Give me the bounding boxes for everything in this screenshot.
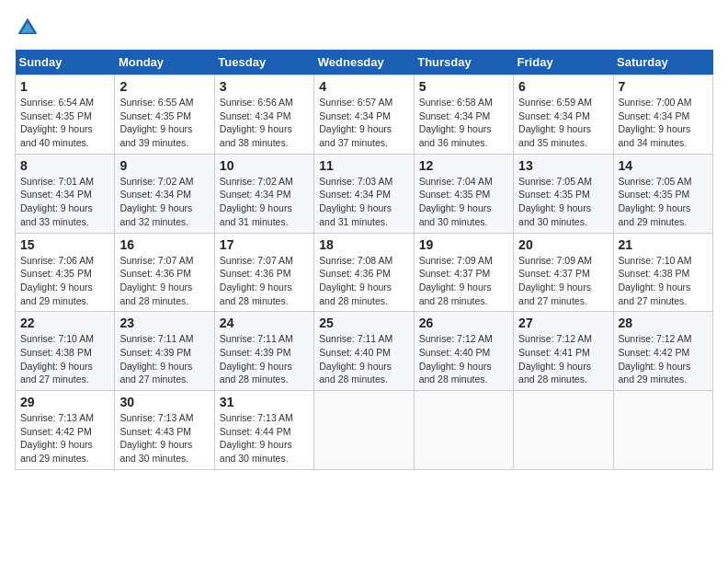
day-header-friday: Friday [514,50,613,75]
day-number: 10 [220,158,309,173]
day-header-wednesday: Wednesday [314,50,414,75]
day-number: 26 [419,316,508,330]
day-detail: Sunrise: 7:11 AMSunset: 4:39 PMDaylight:… [220,333,293,385]
calendar-cell: 18Sunrise: 7:08 AMSunset: 4:36 PMDayligh… [314,233,414,312]
day-header-thursday: Thursday [414,50,513,75]
day-number: 13 [518,158,608,173]
calendar-cell: 14Sunrise: 7:05 AMSunset: 4:35 PMDayligh… [613,154,712,233]
calendar-cell: 4Sunrise: 6:57 AMSunset: 4:34 PMDaylight… [314,75,414,155]
calendar-cell: 8Sunrise: 7:01 AMSunset: 4:34 PMDaylight… [16,154,115,233]
calendar-cell: 12Sunrise: 7:04 AMSunset: 4:35 PMDayligh… [414,154,513,233]
calendar-week-row: 8Sunrise: 7:01 AMSunset: 4:34 PMDaylight… [16,154,713,233]
calendar-cell [314,391,414,470]
day-number: 1 [20,79,109,94]
calendar-cell: 29Sunrise: 7:13 AMSunset: 4:42 PMDayligh… [16,391,115,470]
calendar-cell: 10Sunrise: 7:02 AMSunset: 4:34 PMDayligh… [214,154,313,233]
day-number: 6 [518,79,608,94]
day-number: 16 [119,237,209,252]
day-detail: Sunrise: 7:07 AMSunset: 4:36 PMDaylight:… [119,255,193,306]
calendar-header-row: SundayMondayTuesdayWednesdayThursdayFrid… [16,50,713,75]
day-number: 9 [119,158,209,173]
calendar-cell: 20Sunrise: 7:09 AMSunset: 4:37 PMDayligh… [514,233,613,312]
day-number: 27 [518,316,608,330]
day-detail: Sunrise: 7:11 AMSunset: 4:39 PMDaylight:… [119,333,193,385]
day-number: 15 [20,237,109,252]
day-detail: Sunrise: 7:13 AMSunset: 4:43 PMDaylight:… [119,412,193,464]
calendar-cell: 17Sunrise: 7:07 AMSunset: 4:36 PMDayligh… [214,233,313,312]
day-number: 14 [619,158,708,173]
day-number: 30 [119,395,209,409]
calendar-cell: 21Sunrise: 7:10 AMSunset: 4:38 PMDayligh… [613,233,712,312]
day-number: 31 [220,395,309,409]
day-number: 21 [619,237,708,252]
calendar-cell: 31Sunrise: 7:13 AMSunset: 4:44 PMDayligh… [214,391,313,470]
calendar-week-row: 15Sunrise: 7:06 AMSunset: 4:35 PMDayligh… [16,233,713,312]
day-detail: Sunrise: 6:59 AMSunset: 4:34 PMDaylight:… [518,97,592,148]
day-detail: Sunrise: 7:13 AMSunset: 4:44 PMDaylight:… [220,412,293,464]
day-number: 22 [20,316,109,330]
day-detail: Sunrise: 7:03 AMSunset: 4:34 PMDaylight:… [319,176,392,227]
day-number: 2 [119,79,209,94]
day-detail: Sunrise: 7:13 AMSunset: 4:42 PMDaylight:… [20,412,94,464]
day-detail: Sunrise: 6:57 AMSunset: 4:34 PMDaylight:… [319,97,392,148]
calendar-cell: 16Sunrise: 7:07 AMSunset: 4:36 PMDayligh… [115,233,214,312]
day-header-saturday: Saturday [613,50,712,75]
day-detail: Sunrise: 7:04 AMSunset: 4:35 PMDaylight:… [419,176,493,227]
calendar-cell: 11Sunrise: 7:03 AMSunset: 4:34 PMDayligh… [314,154,414,233]
day-number: 29 [20,395,109,409]
day-number: 20 [518,237,608,252]
calendar-week-row: 22Sunrise: 7:10 AMSunset: 4:38 PMDayligh… [16,312,713,391]
calendar-cell [514,391,613,470]
day-number: 25 [319,316,408,330]
day-header-tuesday: Tuesday [214,50,313,75]
calendar-cell: 13Sunrise: 7:05 AMSunset: 4:35 PMDayligh… [514,154,613,233]
calendar-cell: 22Sunrise: 7:10 AMSunset: 4:38 PMDayligh… [16,312,115,391]
day-detail: Sunrise: 7:10 AMSunset: 4:38 PMDaylight:… [619,255,692,306]
day-detail: Sunrise: 7:05 AMSunset: 4:35 PMDaylight:… [518,176,592,227]
calendar-cell [613,391,712,470]
day-detail: Sunrise: 7:10 AMSunset: 4:38 PMDaylight:… [20,333,94,385]
calendar-cell: 30Sunrise: 7:13 AMSunset: 4:43 PMDayligh… [115,391,214,470]
day-number: 7 [619,79,708,94]
day-number: 28 [619,316,708,330]
day-number: 3 [220,79,309,94]
day-detail: Sunrise: 6:54 AMSunset: 4:35 PMDaylight:… [20,97,94,148]
calendar-table: SundayMondayTuesdayWednesdayThursdayFrid… [15,50,713,470]
calendar-cell: 23Sunrise: 7:11 AMSunset: 4:39 PMDayligh… [115,312,214,391]
day-number: 4 [319,79,408,94]
day-detail: Sunrise: 7:08 AMSunset: 4:36 PMDaylight:… [319,255,392,306]
day-detail: Sunrise: 7:00 AMSunset: 4:34 PMDaylight:… [619,97,692,148]
day-detail: Sunrise: 6:55 AMSunset: 4:35 PMDaylight:… [119,97,193,148]
calendar-cell: 1Sunrise: 6:54 AMSunset: 4:35 PMDaylight… [16,75,115,155]
calendar-cell [414,391,513,470]
calendar-cell: 24Sunrise: 7:11 AMSunset: 4:39 PMDayligh… [214,312,313,391]
calendar-cell: 7Sunrise: 7:00 AMSunset: 4:34 PMDaylight… [613,75,712,155]
calendar-week-row: 29Sunrise: 7:13 AMSunset: 4:42 PMDayligh… [16,391,713,470]
day-header-monday: Monday [115,50,214,75]
calendar-cell: 28Sunrise: 7:12 AMSunset: 4:42 PMDayligh… [613,312,712,391]
calendar-cell: 25Sunrise: 7:11 AMSunset: 4:40 PMDayligh… [314,312,414,391]
day-detail: Sunrise: 6:56 AMSunset: 4:34 PMDaylight:… [220,97,293,148]
calendar-cell: 15Sunrise: 7:06 AMSunset: 4:35 PMDayligh… [16,233,115,312]
calendar-cell: 19Sunrise: 7:09 AMSunset: 4:37 PMDayligh… [414,233,513,312]
day-detail: Sunrise: 7:12 AMSunset: 4:41 PMDaylight:… [518,333,592,385]
day-detail: Sunrise: 7:02 AMSunset: 4:34 PMDaylight:… [220,176,293,227]
day-detail: Sunrise: 7:12 AMSunset: 4:42 PMDaylight:… [619,333,692,385]
day-detail: Sunrise: 7:06 AMSunset: 4:35 PMDaylight:… [20,255,94,306]
page-header [15,15,713,40]
calendar-cell: 5Sunrise: 6:58 AMSunset: 4:34 PMDaylight… [414,75,513,155]
day-detail: Sunrise: 6:58 AMSunset: 4:34 PMDaylight:… [419,97,493,148]
day-header-sunday: Sunday [16,50,115,75]
calendar-cell: 2Sunrise: 6:55 AMSunset: 4:35 PMDaylight… [115,75,214,155]
calendar-cell: 27Sunrise: 7:12 AMSunset: 4:41 PMDayligh… [514,312,613,391]
day-detail: Sunrise: 7:02 AMSunset: 4:34 PMDaylight:… [119,176,193,227]
day-detail: Sunrise: 7:12 AMSunset: 4:40 PMDaylight:… [419,333,493,385]
day-detail: Sunrise: 7:07 AMSunset: 4:36 PMDaylight:… [220,255,293,306]
day-detail: Sunrise: 7:01 AMSunset: 4:34 PMDaylight:… [20,176,94,227]
day-number: 17 [220,237,309,252]
day-number: 19 [419,237,508,252]
logo [15,15,42,40]
calendar-cell: 9Sunrise: 7:02 AMSunset: 4:34 PMDaylight… [115,154,214,233]
day-detail: Sunrise: 7:09 AMSunset: 4:37 PMDaylight:… [518,255,592,306]
day-detail: Sunrise: 7:05 AMSunset: 4:35 PMDaylight:… [619,176,692,227]
